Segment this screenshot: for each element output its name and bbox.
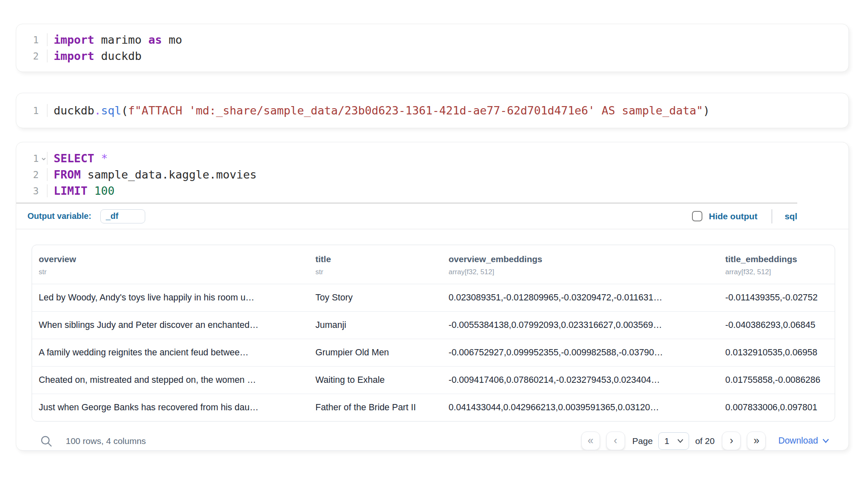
output-variable-input[interactable]: [100, 209, 145, 223]
hide-output-checkbox[interactable]: [692, 211, 702, 221]
cell-title-embeddings: 0.0132910535,0.06958: [719, 347, 835, 358]
hide-output-label[interactable]: Hide output: [709, 211, 758, 221]
column-header-title[interactable]: title str: [309, 254, 442, 276]
chevron-right-icon: ›: [730, 434, 733, 446]
sql-cell: 1 SELECT * 2 FROM sample_data.kaggle.mov…: [16, 142, 849, 451]
cell-overview-embeddings: 0.041433044,0.042966213,0.0039591365,0.0…: [442, 402, 719, 413]
cell-overview: Led by Woody, Andy's toys live happily i…: [32, 293, 309, 303]
cell-title: Father of the Bride Part II: [309, 402, 442, 413]
table-row[interactable]: Cheated on, mistreated and stepped on, t…: [32, 367, 835, 394]
search-icon[interactable]: [40, 434, 54, 448]
cell-title-embeddings: 0.01755858,-0.0086286: [719, 375, 835, 385]
cell-title: Toy Story: [309, 293, 442, 303]
line-number: 1: [16, 35, 47, 45]
code-token: duckdb: [54, 104, 94, 117]
cell-overview-embeddings: -0.006752927,0.099952355,-0.009982588,-0…: [442, 347, 719, 358]
code-token: LIMIT: [54, 184, 87, 197]
cell-title: Waiting to Exhale: [309, 375, 442, 385]
chevron-down-icon: [677, 439, 684, 444]
code-token: [87, 184, 94, 197]
last-page-button[interactable]: »: [747, 432, 766, 450]
code-token: .: [94, 104, 101, 117]
code-text[interactable]: LIMIT 100: [47, 184, 848, 197]
table-row[interactable]: Led by Woody, Andy's toys live happily i…: [32, 284, 835, 312]
code-line[interactable]: 1 duckdb.sql(f"ATTACH 'md:_share/sample_…: [16, 102, 848, 119]
page-total-label: of 20: [695, 436, 715, 446]
page-label: Page: [632, 436, 653, 446]
cell-title-embeddings: -0.011439355,-0.02752: [719, 293, 835, 303]
code-token: duckdb: [94, 50, 142, 62]
code-line[interactable]: 2 import duckdb: [16, 48, 848, 64]
code-text[interactable]: import duckdb: [47, 50, 848, 62]
code-text[interactable]: import marimo as mo: [47, 33, 848, 46]
column-header-overview-embeddings[interactable]: overview_embeddings array[f32, 512]: [442, 254, 719, 276]
cell-title-embeddings: 0.007833006,0.097801: [719, 402, 835, 413]
code-text[interactable]: FROM sample_data.kaggle.movies: [47, 168, 848, 181]
code-token: marimo: [94, 33, 149, 46]
column-header-overview[interactable]: overview str: [32, 254, 309, 276]
code-token: sample_data.kaggle.movies: [81, 168, 257, 181]
code-line[interactable]: 1 SELECT *: [16, 150, 848, 166]
vertical-divider: [771, 209, 772, 223]
code-token: FROM: [54, 168, 81, 181]
code-token: 100: [94, 184, 115, 197]
code-token: f"ATTACH 'md:_share/sample_data/23b0d623…: [128, 104, 703, 117]
cell-title-embeddings: -0.040386293,0.06845: [719, 320, 835, 330]
first-page-button[interactable]: «: [581, 432, 600, 450]
dataframe-table: overview str title str overview_embeddin…: [32, 245, 835, 422]
code-text[interactable]: SELECT *: [47, 152, 848, 165]
page-number-value: 1: [665, 436, 670, 446]
sql-editor[interactable]: 1 SELECT * 2 FROM sample_data.kaggle.mov…: [16, 142, 848, 203]
download-label: Download: [778, 436, 818, 446]
cell-output: overview str title str overview_embeddin…: [16, 229, 848, 422]
output-variable-label: Output variable:: [27, 211, 91, 221]
code-token: (: [122, 104, 128, 117]
cell-title: Jumanji: [309, 320, 442, 330]
code-token: import: [54, 50, 94, 62]
cell-title: Grumpier Old Men: [309, 347, 442, 358]
code-token: as: [149, 33, 162, 46]
line-number: 1: [16, 153, 47, 164]
table-row[interactable]: A family wedding reignites the ancient f…: [32, 339, 835, 367]
table-toolbar: 100 rows, 4 columns « ‹ Page 1 of 20 › »…: [16, 422, 848, 450]
chevron-down-icon: [822, 438, 829, 444]
column-header-title-embeddings[interactable]: title_embeddings array[f32, 512]: [719, 254, 835, 276]
line-number: 2: [16, 51, 47, 62]
line-number: 1: [16, 105, 47, 116]
page-number-select[interactable]: 1: [658, 432, 689, 450]
pagination: « ‹ Page 1 of 20 › » Download: [581, 432, 829, 450]
language-toggle-sql[interactable]: sql: [785, 211, 797, 221]
table-row[interactable]: When siblings Judy and Peter discover an…: [32, 312, 835, 339]
code-token: sql: [101, 104, 122, 117]
code-token: import: [54, 33, 94, 46]
line-number: 3: [16, 186, 47, 196]
code-text[interactable]: duckdb.sql(f"ATTACH 'md:_share/sample_da…: [47, 104, 848, 117]
cell-overview: When siblings Judy and Peter discover an…: [32, 320, 309, 330]
code-line[interactable]: 2 FROM sample_data.kaggle.movies: [16, 166, 848, 183]
cell-overview-embeddings: -0.009417406,0.07860214,-0.023279453,0.0…: [442, 375, 719, 385]
sql-cell-toolbar: Output variable: Hide output sql: [16, 203, 848, 229]
code-token: SELECT: [54, 152, 94, 165]
next-page-button[interactable]: ›: [722, 432, 741, 450]
code-token: mo: [162, 33, 182, 46]
previous-page-button[interactable]: ‹: [606, 432, 625, 450]
chevron-left-icon: ‹: [614, 434, 617, 446]
code-token: *: [101, 152, 108, 165]
row-count-status: 100 rows, 4 columns: [66, 436, 146, 446]
code-line[interactable]: 3 LIMIT 100: [16, 183, 848, 199]
code-cell-imports[interactable]: 1 import marimo as mo 2 import duckdb: [16, 24, 849, 72]
cell-overview: Just when George Banks has recovered fro…: [32, 402, 309, 413]
code-cell-attach[interactable]: 1 duckdb.sql(f"ATTACH 'md:_share/sample_…: [16, 93, 849, 128]
line-number: 2: [16, 169, 47, 180]
code-line[interactable]: 1 import marimo as mo: [16, 32, 848, 48]
code-token: [94, 152, 101, 165]
double-chevron-right-icon: »: [754, 434, 759, 446]
double-chevron-left-icon: «: [588, 434, 593, 446]
cell-overview-embeddings: -0.0055384138,0.07992093,0.023316627,0.0…: [442, 320, 719, 330]
cell-overview: Cheated on, mistreated and stepped on, t…: [32, 375, 309, 385]
code-token: ): [703, 104, 710, 117]
table-row[interactable]: Just when George Banks has recovered fro…: [32, 394, 835, 421]
cell-overview-embeddings: 0.023089351,-0.012809965,-0.03209472,-0.…: [442, 293, 719, 303]
page-indicator: Page 1 of 20: [632, 432, 715, 450]
download-button[interactable]: Download: [778, 436, 829, 446]
